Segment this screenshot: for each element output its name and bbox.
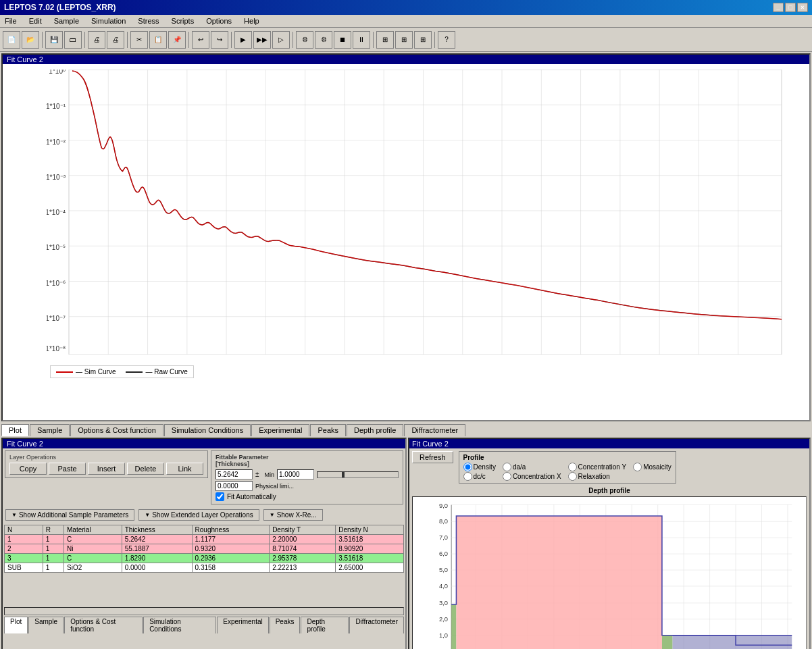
tab-diffractometer[interactable]: Diffractometer <box>404 424 465 436</box>
insert-button[interactable]: Insert <box>88 463 125 475</box>
minimize-btn[interactable]: _ <box>773 3 784 12</box>
toolbar-redo[interactable]: ↪ <box>211 31 228 49</box>
cell-n: 2 <box>5 544 43 554</box>
toolbar-help[interactable]: ? <box>438 31 455 49</box>
toolbar-run3[interactable]: ▷ <box>272 31 290 49</box>
btab-sample[interactable]: Sample <box>28 617 64 633</box>
radio-conc-x-input[interactable] <box>503 472 511 481</box>
svg-rect-105 <box>456 516 662 649</box>
btab-diffractometer[interactable]: Diffractometer <box>349 617 404 633</box>
paste-button[interactable]: Paste <box>49 463 86 475</box>
toolbar-new[interactable]: 📄 <box>3 31 20 49</box>
maximize-btn[interactable]: □ <box>785 3 796 12</box>
tab-experimental[interactable]: Experimental <box>251 424 309 436</box>
radio-dc[interactable]: dc/c <box>463 472 496 481</box>
radio-conc-y[interactable]: Concentration Y <box>568 463 627 471</box>
radio-density[interactable]: Density <box>463 463 496 471</box>
horizontal-scrollbar[interactable] <box>4 607 404 615</box>
toolbar-run2[interactable]: ▶▶ <box>253 31 271 49</box>
show-x-btn[interactable]: ▼ Show X-Re... <box>263 509 323 521</box>
toolbar-grid[interactable]: ⊞ <box>376 31 394 49</box>
show-additional-btn[interactable]: ▼ Show Additional Sample Parameters <box>5 509 134 521</box>
menu-simulation[interactable]: Simulation <box>89 16 128 26</box>
table-row[interactable]: 1 1 C 5.2642 1.1177 2.20000 3.51618 <box>5 535 404 544</box>
btab-plot[interactable]: Plot <box>4 617 28 633</box>
toolbar-pause[interactable]: ⏸ <box>353 31 370 49</box>
tab-peaks[interactable]: Peaks <box>310 424 346 436</box>
svg-text:1*10⁻⁶: 1*10⁻⁶ <box>47 280 66 287</box>
close-btn[interactable]: × <box>797 3 808 12</box>
fittable-value-input[interactable] <box>215 469 253 479</box>
toolbar-print2[interactable]: 🖨 <box>107 31 124 49</box>
main-content: Fit Curve 2 <box>0 52 812 647</box>
menu-sample[interactable]: Sample <box>52 16 81 26</box>
cell-n: SUB <box>5 563 43 573</box>
menu-file[interactable]: File <box>3 16 19 26</box>
fittable-pm: ± <box>255 471 259 478</box>
radio-density-input[interactable] <box>463 463 472 471</box>
menu-scripts[interactable]: Scripts <box>170 16 197 26</box>
btab-experimental[interactable]: Experimental <box>217 617 268 633</box>
radio-conc-y-input[interactable] <box>568 463 577 471</box>
toolbar-paste[interactable]: 📌 <box>168 31 186 49</box>
btab-peaks[interactable]: Peaks <box>270 617 301 633</box>
top-plot-panel: Fit Curve 2 <box>1 53 811 421</box>
title-bar-buttons[interactable]: _ □ × <box>773 3 808 12</box>
legend-sim: — Sim Curve <box>56 368 116 375</box>
cell-roughness: 0.2936 <box>192 554 270 563</box>
radio-mosaicity[interactable]: Mosaicity <box>633 463 671 471</box>
toolbar-run[interactable]: ▶ <box>234 31 252 49</box>
second-value-input[interactable] <box>215 481 253 491</box>
toolbar-sim[interactable]: ⚙ <box>296 31 313 49</box>
tab-sample[interactable]: Sample <box>30 424 70 436</box>
toolbar-save2[interactable]: 🗃 <box>64 31 82 49</box>
toolbar-grid3[interactable]: ⊞ <box>414 31 432 49</box>
show-extended-btn[interactable]: ▼ Show Extended Layer Operations <box>138 509 259 521</box>
toolbar-stop[interactable]: ⏹ <box>334 31 351 49</box>
toolbar-open[interactable]: 📂 <box>22 31 39 49</box>
copy-button[interactable]: Copy <box>9 463 47 475</box>
btab-depth[interactable]: Depth profile <box>301 617 349 633</box>
legend-raw-line <box>126 371 143 373</box>
tab-plot[interactable]: Plot <box>1 424 29 436</box>
toolbar-sim2[interactable]: ⚙ <box>315 31 332 49</box>
toolbar-sep-8 <box>434 32 435 48</box>
delete-button[interactable]: Delete <box>127 463 164 475</box>
menu-help[interactable]: Help <box>242 16 261 26</box>
menu-stress[interactable]: Stress <box>136 16 161 26</box>
refresh-button[interactable]: Refresh <box>412 451 453 463</box>
tab-depth-profile[interactable]: Depth profile <box>347 424 403 436</box>
btab-options[interactable]: Options & Cost function <box>64 617 143 633</box>
slider[interactable] <box>317 471 399 478</box>
table-row[interactable]: SUB 1 SiO2 0.0000 0.3158 2.22213 2.65000 <box>5 563 404 573</box>
radio-relaxation[interactable]: Relaxation <box>568 472 627 481</box>
table-row[interactable]: 2 1 Ni 55.1887 0.9320 8.71074 8.90920 <box>5 544 404 554</box>
radio-dc-input[interactable] <box>463 472 472 481</box>
col-roughness: Roughness <box>192 525 270 535</box>
tab-options[interactable]: Options & Cost function <box>70 424 163 436</box>
menu-options[interactable]: Options <box>204 16 234 26</box>
radio-density-label: Density <box>474 463 496 471</box>
toolbar-copy[interactable]: 📋 <box>149 31 167 49</box>
radio-mosaicity-input[interactable] <box>633 463 642 471</box>
toolbar-print[interactable]: 🖨 <box>88 31 105 49</box>
radio-daa-input[interactable] <box>503 463 511 471</box>
toolbar-save[interactable]: 💾 <box>45 31 63 49</box>
toolbar-cut[interactable]: ✂ <box>130 31 148 49</box>
toolbar-grid2[interactable]: ⊞ <box>395 31 413 49</box>
tab-sim-conditions[interactable]: Simulation Conditions <box>164 424 251 436</box>
table-row[interactable]: 3 1 C 1.8290 0.2936 2.95378 3.51618 <box>5 554 404 563</box>
menu-edit[interactable]: Edit <box>27 16 44 26</box>
profile-label: Profile <box>463 454 671 461</box>
left-panel-title: Fit Curve 2 <box>3 439 405 448</box>
radio-daa[interactable]: da/a <box>503 463 561 471</box>
min-value-input[interactable] <box>277 469 314 479</box>
top-tabs-bar: Plot Sample Options & Cost function Simu… <box>0 423 812 436</box>
link-button[interactable]: Link <box>166 463 203 475</box>
layer-ops-label: Layer Operations <box>9 454 203 461</box>
fit-auto-checkbox[interactable] <box>215 492 224 501</box>
toolbar-undo[interactable]: ↩ <box>192 31 209 49</box>
btab-sim-conditions[interactable]: Simulation Conditions <box>143 617 216 633</box>
radio-conc-x[interactable]: Concentration X <box>503 472 561 481</box>
radio-relaxation-input[interactable] <box>568 472 577 481</box>
